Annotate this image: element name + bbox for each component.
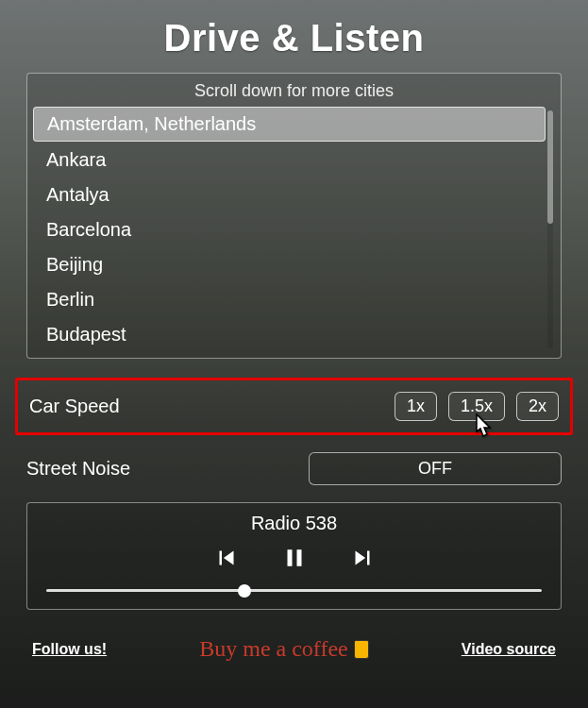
follow-us-link[interactable]: Follow us! (32, 641, 107, 658)
city-item[interactable]: Budapest (33, 318, 546, 351)
radio-controls (41, 544, 547, 572)
speed-2x-button[interactable]: 2x (516, 392, 559, 421)
coffee-cup-icon (354, 640, 369, 659)
app-title: Drive & Listen (26, 17, 562, 59)
next-track-icon[interactable] (348, 544, 377, 572)
city-item[interactable]: Amsterdam, Netherlands (33, 107, 546, 142)
video-source-link[interactable]: Video source (462, 641, 556, 658)
car-speed-row: Car Speed 1x 1.5x 2x (15, 378, 573, 435)
city-item[interactable]: Berlin (33, 283, 546, 316)
footer: Follow us! Buy me a coffee Video source (26, 636, 562, 662)
city-item[interactable]: Ankara (33, 143, 546, 177)
street-noise-toggle[interactable]: OFF (309, 452, 562, 485)
progress-handle[interactable] (238, 584, 251, 598)
street-noise-row: Street Noise OFF (26, 452, 562, 485)
city-item[interactable]: Beijing (33, 248, 546, 281)
speed-buttons: 1x 1.5x 2x (395, 392, 559, 421)
street-noise-label: Street Noise (26, 458, 130, 480)
city-item[interactable]: Barcelona (33, 213, 546, 246)
coffee-text: Buy me a coffee (199, 636, 348, 662)
city-picker-panel: Scroll down for more cities Amsterdam, N… (26, 73, 562, 359)
radio-station-name: Radio 538 (41, 513, 547, 534)
progress-track[interactable] (46, 589, 542, 592)
city-picker-header: Scroll down for more cities (33, 79, 555, 107)
scrollbar-thumb[interactable] (547, 110, 553, 224)
city-item[interactable]: Antalya (33, 178, 546, 211)
city-list[interactable]: Amsterdam, Netherlands Ankara Antalya Ba… (33, 107, 555, 352)
speed-1x-button[interactable]: 1x (395, 392, 437, 421)
speed-1-5x-button[interactable]: 1.5x (448, 392, 505, 421)
buy-me-a-coffee-link[interactable]: Buy me a coffee (199, 636, 369, 662)
previous-track-icon[interactable] (212, 544, 241, 572)
radio-panel: Radio 538 (26, 502, 562, 610)
pause-icon[interactable] (280, 544, 309, 572)
car-speed-label: Car Speed (29, 396, 120, 417)
